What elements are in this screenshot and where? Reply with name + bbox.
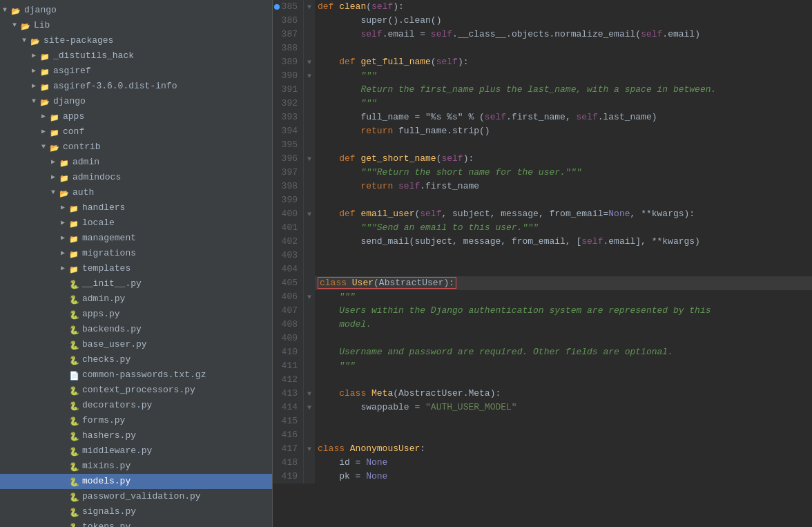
sidebar-item-asgiref[interactable]: ▶ 📁 asgiref <box>0 64 272 79</box>
fold-toggle[interactable]: ▼ <box>304 207 315 221</box>
sidebar-item-auth[interactable]: ▼ 📂 auth <box>0 185 272 200</box>
sidebar-item-base-user-py[interactable]: 🐍 base_user.py <box>0 337 272 352</box>
sidebar-item-mixins-py[interactable]: 🐍 mixins.py <box>0 459 272 474</box>
sidebar-item-migrations[interactable]: ▶ 📁 migrations <box>0 246 272 261</box>
highlight-box: class User(AbstractUser): <box>318 277 456 289</box>
fold-toggle[interactable]: ▼ <box>304 401 315 414</box>
fold-toggle[interactable] <box>304 276 315 290</box>
fold-toggle[interactable]: ▼ <box>304 152 315 166</box>
sidebar-item-handlers[interactable]: ▶ 📁 handlers <box>0 200 272 215</box>
fold-toggle[interactable] <box>304 262 315 276</box>
python-file-icon: 🐍 <box>68 400 80 411</box>
code-content: """ <box>315 69 812 83</box>
line-number: 395 <box>273 138 304 152</box>
fold-toggle[interactable] <box>304 221 315 235</box>
code-row: 408 model. <box>273 318 812 332</box>
sidebar-item-init-py[interactable]: 🐍 __init__.py <box>0 276 272 291</box>
fold-toggle[interactable] <box>304 235 315 249</box>
fold-toggle[interactable] <box>304 470 315 483</box>
sidebar-item-admindocs[interactable]: ▶ 📁 admindocs <box>0 170 272 185</box>
sidebar-item-asgiref-dist[interactable]: ▶ 📁 asgiref-3.6.0.dist-info <box>0 79 272 94</box>
fold-toggle[interactable] <box>304 111 315 124</box>
sidebar-item-backends-py[interactable]: 🐍 backends.py <box>0 322 272 337</box>
code-row: 386 super().clean() <box>273 14 812 28</box>
fold-toggle[interactable] <box>304 428 315 442</box>
fold-toggle[interactable]: ▼ <box>304 55 315 69</box>
sidebar-item-signals-py[interactable]: 🐍 signals.py <box>0 504 272 519</box>
file-tree[interactable]: ▼ 📂 django ▼ 📂 Lib ▼ 📂 site-packages ▶ 📁… <box>0 0 273 527</box>
sidebar-item-apps-py[interactable]: 🐍 apps.py <box>0 307 272 322</box>
sidebar-item-contrib[interactable]: ▼ 📂 contrib <box>0 140 272 155</box>
fold-toggle[interactable] <box>304 180 315 193</box>
line-number: 405 <box>273 276 304 290</box>
sidebar-item-hashers-py[interactable]: 🐍 hashers.py <box>0 428 272 443</box>
code-row: 389▼ def get_full_name(self): <box>273 55 812 69</box>
line-number: 407 <box>273 304 304 318</box>
fold-toggle[interactable]: ▼ <box>304 0 315 14</box>
fold-toggle[interactable] <box>304 304 315 318</box>
sidebar-item-admin[interactable]: ▶ 📁 admin <box>0 155 272 170</box>
sidebar-item-distutils-hack[interactable]: ▶ 📁 _distutils_hack <box>0 48 272 64</box>
sidebar-item-decorators-py[interactable]: 🐍 decorators.py <box>0 398 272 413</box>
fold-toggle[interactable]: ▼ <box>304 387 315 401</box>
fold-toggle[interactable] <box>304 166 315 180</box>
fold-toggle[interactable] <box>304 249 315 262</box>
line-number: 406 <box>273 290 304 304</box>
fold-toggle[interactable] <box>304 456 315 470</box>
sidebar-item-label: admin.py <box>82 292 125 306</box>
sidebar-item-django-root[interactable]: ▼ 📂 django <box>0 3 272 18</box>
fold-toggle[interactable]: ▼ <box>304 290 315 304</box>
line-number: 408 <box>273 318 304 332</box>
folder-icon: 📁 <box>39 50 51 61</box>
python-file-icon: 🐍 <box>68 491 80 502</box>
tree-arrow: ▶ <box>58 201 68 215</box>
fold-toggle[interactable] <box>304 124 315 138</box>
sidebar-item-tokens-py[interactable]: 🐍 tokens.py <box>0 519 272 527</box>
sidebar-item-label: __init__.py <box>82 277 142 291</box>
code-row: 401 """Send an email to this user.""" <box>273 221 812 235</box>
sidebar-item-django-pkg[interactable]: ▼ 📂 django <box>0 94 272 109</box>
sidebar-item-checks-py[interactable]: 🐍 checks.py <box>0 352 272 367</box>
sidebar-item-common-passwords[interactable]: 📄 common-passwords.txt.gz <box>0 367 272 383</box>
fold-toggle[interactable]: ▼ <box>304 442 315 456</box>
fold-toggle[interactable] <box>304 345 315 359</box>
fold-toggle[interactable] <box>304 414 315 428</box>
fold-toggle[interactable] <box>304 332 315 345</box>
sidebar-item-forms-py[interactable]: 🐍 forms.py <box>0 413 272 428</box>
code-row: 397 """Return the short name for the use… <box>273 166 812 180</box>
fold-toggle[interactable] <box>304 28 315 41</box>
code-row: 415 <box>273 414 812 428</box>
fold-toggle[interactable] <box>304 318 315 332</box>
tree-arrow: ▼ <box>10 19 19 32</box>
sidebar-item-password-validation[interactable]: 🐍 password_validation.py <box>0 489 272 504</box>
sidebar-item-context-processors[interactable]: 🐍 context_processors.py <box>0 383 272 398</box>
sidebar-item-management[interactable]: ▶ 📁 management <box>0 231 272 246</box>
fold-toggle[interactable]: ▼ <box>304 69 315 83</box>
sidebar-item-models-py[interactable]: 🐍 models.py <box>0 474 272 489</box>
line-number: 409 <box>273 332 304 345</box>
sidebar-item-apps[interactable]: ▶ 📁 apps <box>0 109 272 124</box>
sidebar-item-templates[interactable]: ▶ 📁 templates <box>0 261 272 276</box>
fold-toggle[interactable] <box>304 138 315 152</box>
fold-toggle[interactable] <box>304 97 315 111</box>
fold-toggle[interactable] <box>304 41 315 55</box>
sidebar-item-locale[interactable]: ▶ 📁 locale <box>0 215 272 231</box>
sidebar-item-middleware-py[interactable]: 🐍 middleware.py <box>0 443 272 459</box>
python-file-icon: 🐍 <box>68 309 80 320</box>
fold-toggle[interactable] <box>304 83 315 97</box>
sidebar-item-conf[interactable]: ▶ 📁 conf <box>0 124 272 140</box>
tree-arrow: ▶ <box>48 171 58 184</box>
sidebar-item-label: tokens.py <box>82 520 130 527</box>
code-content: def get_short_name(self): <box>315 152 812 166</box>
sidebar-item-site-packages[interactable]: ▼ 📂 site-packages <box>0 33 272 48</box>
folder-open-icon: 📂 <box>19 20 32 31</box>
fold-toggle[interactable] <box>304 373 315 387</box>
sidebar-item-lib[interactable]: ▼ 📂 Lib <box>0 18 272 33</box>
fold-toggle[interactable] <box>304 14 315 28</box>
code-content: send_mail(subject, message, from_email, … <box>315 235 812 249</box>
sidebar-item-admin-py[interactable]: 🐍 admin.py <box>0 291 272 307</box>
code-content: return full_name.strip() <box>315 124 812 138</box>
fold-toggle[interactable] <box>304 193 315 207</box>
code-row: 412 <box>273 373 812 387</box>
fold-toggle[interactable] <box>304 359 315 373</box>
